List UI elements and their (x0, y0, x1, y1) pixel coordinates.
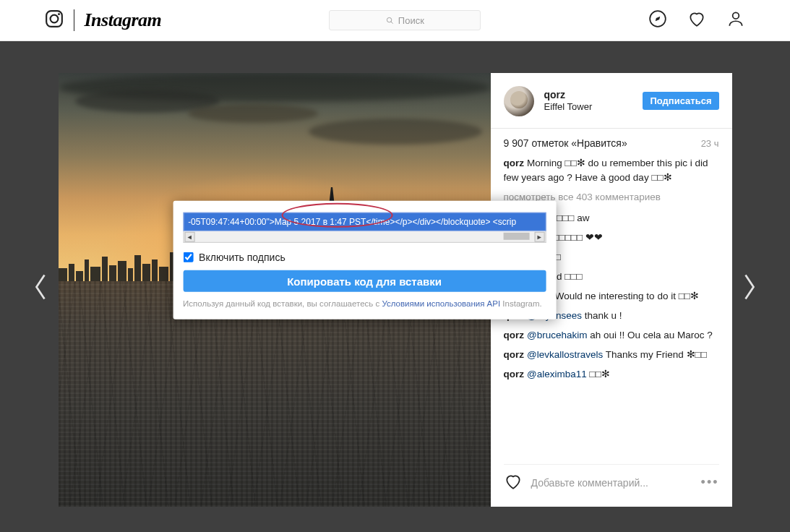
explore-icon[interactable] (648, 9, 667, 31)
scroll-right-icon[interactable]: ► (534, 231, 544, 241)
svg-rect-0 (46, 11, 62, 27)
top-nav: Instagram Поиск (0, 0, 790, 41)
comment-item: qorz@aleximba11 □□✻ (504, 367, 715, 382)
profile-icon[interactable] (726, 9, 745, 31)
brand-wordmark: Instagram (85, 9, 162, 31)
logo-group[interactable]: Instagram (45, 9, 162, 31)
logo-divider (74, 9, 74, 31)
svg-point-7 (733, 12, 739, 19)
post-location[interactable]: Eiffel Tower (544, 101, 633, 113)
api-terms-link[interactable]: Условиями использования API (382, 299, 500, 308)
embed-modal: ◄ ► Включить подпись Копировать код для … (173, 201, 556, 319)
scrollbar-thumb[interactable] (503, 233, 529, 240)
post-username[interactable]: qorz (544, 89, 633, 102)
embed-code-input[interactable] (183, 213, 546, 231)
activity-heart-icon[interactable] (687, 9, 706, 31)
svg-point-2 (57, 13, 59, 15)
copy-embed-button[interactable]: Копировать код для вставки (183, 270, 546, 292)
post-caption: qorzMorning □□✻ do u remember this pic i… (504, 156, 715, 186)
instagram-glyph-icon (45, 9, 64, 31)
follow-button[interactable]: Подписаться (643, 92, 718, 110)
add-comment-input[interactable]: Добавьте комментарий... (531, 477, 692, 489)
search-placeholder: Поиск (398, 15, 424, 26)
svg-point-1 (50, 15, 58, 23)
include-caption-box[interactable] (183, 252, 193, 262)
include-caption-checkbox[interactable]: Включить подпись (183, 252, 546, 263)
comment-item: qorz@brucehakim ah oui !! Ou cela au Mar… (504, 328, 715, 343)
more-options-icon[interactable]: ••• (701, 475, 719, 490)
scroll-left-icon[interactable]: ◄ (184, 231, 194, 241)
search-icon (386, 17, 394, 25)
horizontal-scrollbar[interactable]: ◄ ► (183, 231, 546, 243)
svg-line-4 (391, 21, 393, 23)
terms-text: Используя данный код вставки, вы соглаша… (183, 299, 546, 308)
next-post-arrow[interactable] (735, 273, 764, 301)
comment-item: qorz@levkallostravels Thanks my Friend ✻… (504, 348, 715, 363)
likes-count[interactable]: 9 907 отметок «Нравится» (504, 137, 627, 149)
avatar[interactable] (504, 86, 534, 116)
prev-post-arrow[interactable] (26, 273, 55, 301)
svg-point-3 (387, 17, 391, 22)
search-input[interactable]: Поиск (329, 10, 481, 30)
svg-marker-6 (656, 17, 661, 22)
post-time: 23 ч (701, 138, 719, 149)
like-heart-icon[interactable] (504, 472, 523, 494)
